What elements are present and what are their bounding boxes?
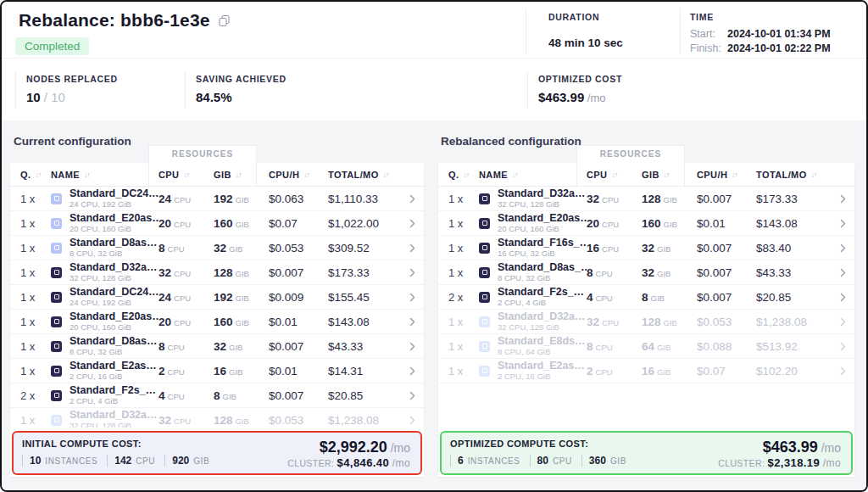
row-name: Standard_E20as… xyxy=(70,311,159,322)
chevron-right-icon[interactable] xyxy=(840,243,846,253)
chevron-right-icon[interactable] xyxy=(409,219,415,228)
row-subtitle: 2 CPU, 4 GiB xyxy=(70,396,156,405)
optimized-compute-cost-panel: OPTIMIZED COMPUTE COST: 6INSTANCES 80CPU… xyxy=(440,431,853,475)
node-type-icon xyxy=(51,415,62,426)
row-cpu-per-hour: $0.007 xyxy=(697,193,756,205)
row-name: Standard_D32a… xyxy=(70,262,158,273)
row-name: Standard_D32a… xyxy=(70,410,158,421)
column-header-gib[interactable]: GIB↓↑ xyxy=(214,170,269,180)
copy-id-icon[interactable] xyxy=(218,14,231,27)
row-cpu: 8CPU xyxy=(587,265,642,280)
table-row[interactable]: 1 x Standard_E20as… 20 CPU, 160 GiB 20CP… xyxy=(10,211,424,236)
row-gib: 32GiB xyxy=(214,338,269,354)
table-row[interactable]: 1 x Standard_D8as… 8 CPU, 32 GiB 8CPU 32… xyxy=(10,334,424,359)
table-row[interactable]: 1 x Standard_D8as_… 8 CPU, 32 GiB 8CPU 3… xyxy=(438,260,854,285)
column-header-cpu-hour[interactable]: CPU/H↓↑ xyxy=(269,170,328,180)
sort-icon: ↓↑ xyxy=(383,171,389,179)
chevron-right-icon[interactable] xyxy=(840,366,846,376)
chevron-right-icon[interactable] xyxy=(840,194,846,204)
chevron-right-icon[interactable] xyxy=(409,342,415,351)
chevron-right-icon[interactable] xyxy=(409,293,415,302)
column-header-cpu[interactable]: CPU↓↑ xyxy=(587,170,642,180)
table-row[interactable]: 1 x Standard_F16s_… 16 CPU, 32 GiB 16CPU… xyxy=(438,236,854,260)
row-name-cell: Standard_D32a… 32 CPU, 128 GiB xyxy=(479,188,587,209)
initial-cost-label: INITIAL COMPUTE COST: xyxy=(22,439,219,449)
row-cpu-per-hour: $0.07 xyxy=(697,365,756,377)
row-subtitle: 24 CPU, 192 GiB xyxy=(70,199,159,209)
chevron-right-icon[interactable] xyxy=(409,317,415,327)
row-cpu: 32CPU xyxy=(587,314,642,329)
table-row[interactable]: 2 x Standard_F2s_… 2 CPU, 4 GiB 4CPU 8Gi… xyxy=(438,285,854,310)
row-total-per-month: $513.92 xyxy=(756,340,832,353)
chevron-right-icon[interactable] xyxy=(840,219,846,228)
table-row[interactable]: 1 x Standard_E8ds… 8 CPU, 64 GiB 8CPU 64… xyxy=(438,334,854,359)
row-cpu: 2CPU xyxy=(587,363,642,378)
page-title: Rebalance: bbb6-1e3e xyxy=(19,10,210,31)
column-header-total-month[interactable]: TOTAL/MO↓↑ xyxy=(756,170,832,180)
table-row[interactable]: 1 x Standard_D32a… 32 CPU, 128 GiB 32CPU… xyxy=(10,260,424,285)
duration-value: 48 min 10 sec xyxy=(548,36,623,49)
sort-icon: ↓↑ xyxy=(732,171,737,179)
row-name: Standard_F2s_… xyxy=(70,385,156,396)
sort-icon: ↓↑ xyxy=(236,171,242,179)
chevron-right-icon[interactable] xyxy=(409,268,415,277)
table-row[interactable]: 1 x Standard_D32a… 32 CPU, 128 GiB 32CPU… xyxy=(10,408,424,428)
row-cpu-per-hour: $0.07 xyxy=(269,217,328,230)
time-block: TIME Start: 2024-10-01 01:34 PM Finish: … xyxy=(690,12,831,56)
row-quantity: 1 x xyxy=(20,365,51,377)
row-name-cell: Standard_DC24… 24 CPU, 192 GiB xyxy=(51,188,159,209)
node-type-icon xyxy=(51,292,62,303)
page-header: Rebalance: bbb6-1e3e Completed DURATION … xyxy=(2,2,866,120)
row-subtitle: 20 CPU, 160 GiB xyxy=(498,224,587,233)
chevron-right-icon[interactable] xyxy=(409,243,415,253)
row-gib: 16GiB xyxy=(214,363,269,378)
table-row[interactable]: 1 x Standard_DC24… 24 CPU, 192 GiB 24CPU… xyxy=(10,187,424,211)
table-row[interactable]: 1 x Standard_D32a… 32 CPU, 128 GiB 32CPU… xyxy=(438,310,854,334)
table-row[interactable]: 1 x Standard_E20as… 20 CPU, 160 GiB 20CP… xyxy=(438,211,854,236)
table-row[interactable]: 1 x Standard_E2as… 2 CPU, 16 GiB 2CPU 16… xyxy=(438,359,854,383)
table-row[interactable]: 1 x Standard_DC24… 24 CPU, 192 GiB 24CPU… xyxy=(10,285,424,310)
row-cpu-per-hour: $0.007 xyxy=(269,266,328,279)
row-subtitle: 8 CPU, 32 GiB xyxy=(70,347,158,356)
row-subtitle: 32 CPU, 128 GiB xyxy=(70,273,158,282)
rebalanced-config-table: RESOURCES Q.↓↑ NAME↓↑ CPU↓↑ GIB↓↑ CPU/H↓… xyxy=(438,163,854,477)
column-header-name[interactable]: NAME↓↑ xyxy=(51,170,159,180)
table-row[interactable]: 1 x Standard_E20as… 20 CPU, 160 GiB 20CP… xyxy=(10,310,424,334)
table-row[interactable]: 2 x Standard_F2s_… 2 CPU, 4 GiB 4CPU 8Gi… xyxy=(10,383,424,408)
row-cpu: 32CPU xyxy=(587,191,642,206)
row-cpu-per-hour: $0.007 xyxy=(269,340,328,353)
row-gib: 192GiB xyxy=(214,191,269,206)
row-name-cell: Standard_E20as… 20 CPU, 160 GiB xyxy=(479,213,587,233)
gib-stat: 360GIB xyxy=(581,455,636,467)
row-total-per-month: $14.31 xyxy=(328,365,404,377)
cpu-stat: 80CPU xyxy=(530,455,581,467)
column-header-quantity[interactable]: Q.↓↑ xyxy=(20,170,51,180)
column-header-name[interactable]: NAME↓↑ xyxy=(479,170,587,180)
row-gib: 192GiB xyxy=(214,289,269,305)
chevron-right-icon[interactable] xyxy=(840,293,846,302)
chevron-right-icon[interactable] xyxy=(840,342,846,351)
row-subtitle: 20 CPU, 160 GiB xyxy=(70,322,159,332)
row-subtitle: 2 CPU, 16 GiB xyxy=(498,372,585,381)
table-row[interactable]: 1 x Standard_D8as… 8 CPU, 32 GiB 8CPU 32… xyxy=(10,236,424,260)
chevron-right-icon[interactable] xyxy=(409,194,415,204)
column-header-cpu-hour[interactable]: CPU/H↓↑ xyxy=(697,170,756,180)
row-name: Standard_E8ds… xyxy=(498,336,586,347)
column-header-cpu[interactable]: CPU↓↑ xyxy=(159,170,214,180)
row-gib: 32GiB xyxy=(642,265,697,280)
chevron-right-icon[interactable] xyxy=(409,416,415,425)
table-row[interactable]: 1 x Standard_E2as… 2 CPU, 16 GiB 2CPU 16… xyxy=(10,359,424,383)
chevron-right-icon[interactable] xyxy=(409,391,415,400)
gib-stat: 920GIB xyxy=(164,455,219,467)
chevron-right-icon[interactable] xyxy=(840,317,846,327)
column-header-gib[interactable]: GIB↓↑ xyxy=(642,170,697,180)
chevron-right-icon[interactable] xyxy=(409,366,415,376)
table-row[interactable]: 1 x Standard_D32a… 32 CPU, 128 GiB 32CPU… xyxy=(438,187,854,211)
sort-icon: ↓↑ xyxy=(463,171,469,179)
row-name: Standard_D32a… xyxy=(498,311,586,322)
column-header-quantity[interactable]: Q.↓↑ xyxy=(448,170,479,180)
node-type-icon xyxy=(479,292,490,303)
chevron-right-icon[interactable] xyxy=(840,268,846,277)
row-name-cell: Standard_E2as… 2 CPU, 16 GiB xyxy=(479,361,587,381)
column-header-total-month[interactable]: TOTAL/MO↓↑ xyxy=(328,170,404,180)
